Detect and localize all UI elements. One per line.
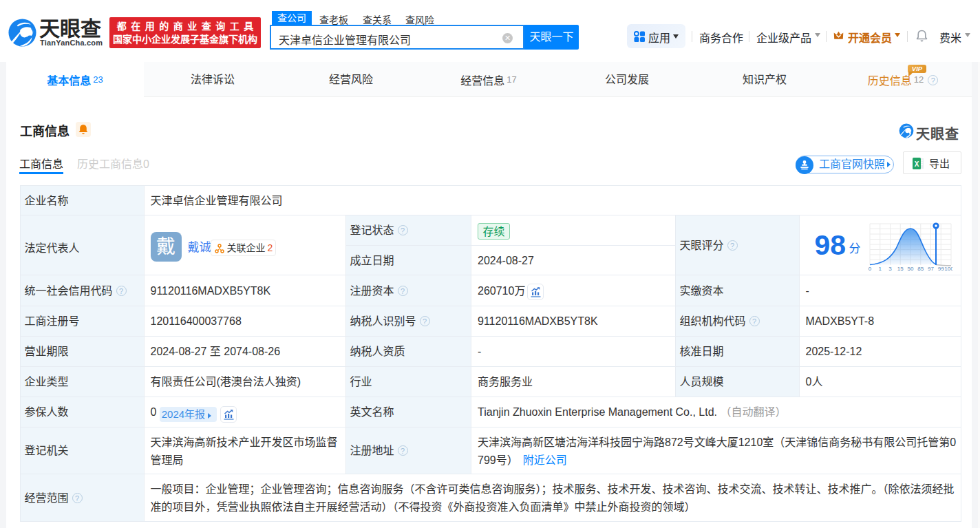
svg-text:50: 50 [907,266,913,272]
svg-text:15: 15 [897,266,903,272]
svg-text:99: 99 [937,266,944,272]
svg-text:100: 100 [944,266,952,272]
svg-text:85: 85 [917,266,924,272]
svg-text:97: 97 [928,266,934,272]
svg-text:0: 0 [868,266,871,272]
svg-text:3: 3 [888,266,892,272]
svg-text:1: 1 [878,266,882,272]
svg-text:X: X [915,160,919,168]
